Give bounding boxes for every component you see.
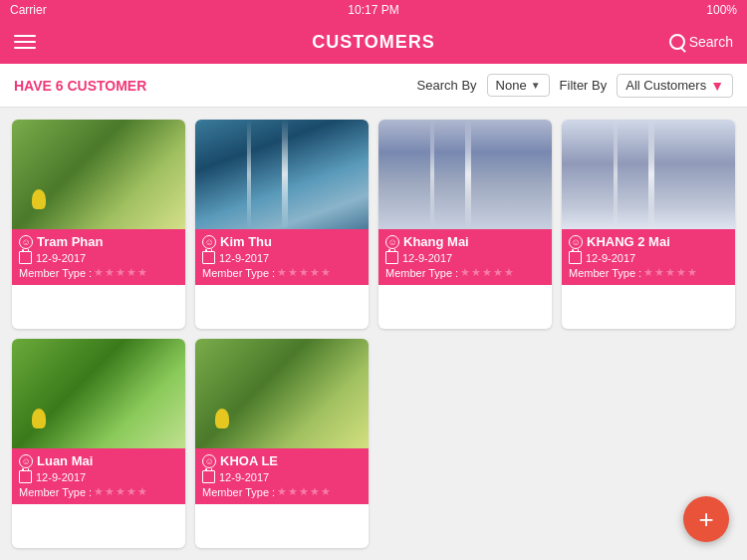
rating-stars: ★★★★★ — [460, 266, 515, 279]
customer-date-row: 12-9-2017 — [385, 251, 545, 264]
carrier-label: Carrier — [10, 3, 47, 17]
smiley-icon: ☺ — [202, 454, 216, 468]
filter-dropdown[interactable]: All Customers ▼ — [617, 74, 733, 98]
customer-member-row: Member Type :★★★★★ — [19, 266, 178, 279]
customer-name-row: ☺KHANG 2 Mai — [569, 234, 728, 249]
rating-stars: ★★★★★ — [94, 266, 148, 279]
customer-card[interactable]: ☺KHANG 2 Mai12-9-2017Member Type :★★★★★ — [562, 120, 735, 329]
customer-date: 12-9-2017 — [219, 471, 269, 483]
customer-date: 12-9-2017 — [402, 252, 452, 264]
search-by-dropdown[interactable]: None ▼ — [487, 74, 550, 97]
customer-date: 12-9-2017 — [586, 252, 635, 264]
status-bar: Carrier 10:17 PM 100% — [0, 0, 747, 20]
hamburger-line-3 — [14, 47, 36, 49]
hamburger-line-1 — [14, 35, 36, 37]
smiley-icon: ☺ — [19, 454, 33, 468]
card-info: ☺Luan Mai12-9-2017Member Type :★★★★★ — [12, 448, 185, 504]
calendar-icon — [19, 251, 32, 264]
card-info: ☺Kim Thu12-9-2017Member Type :★★★★★ — [195, 229, 369, 285]
customer-date: 12-9-2017 — [36, 252, 86, 264]
customer-name-row: ☺Tram Phan — [19, 234, 178, 249]
member-type-label: Member Type : — [202, 267, 275, 279]
customer-photo — [195, 120, 369, 229]
member-type-label: Member Type : — [202, 486, 275, 498]
toolbar: HAVE 6 CUSTOMER Search By None ▼ Filter … — [0, 64, 747, 108]
customer-photo — [12, 339, 185, 448]
customer-name-row: ☺Khang Mai — [385, 234, 545, 249]
member-type-label: Member Type : — [19, 486, 92, 498]
customer-card[interactable]: ☺Khang Mai12-9-2017Member Type :★★★★★ — [378, 120, 552, 329]
calendar-icon — [19, 470, 32, 483]
filter-by-label: Filter By — [560, 78, 608, 93]
calendar-icon — [569, 251, 582, 264]
battery-label: 100% — [706, 3, 737, 17]
hamburger-line-2 — [14, 41, 36, 43]
search-by-label: Search By — [417, 78, 477, 93]
card-info: ☺Tram Phan12-9-2017Member Type :★★★★★ — [12, 229, 185, 285]
smiley-icon: ☺ — [569, 235, 583, 249]
card-info: ☺KHOA LE12-9-2017Member Type :★★★★★ — [195, 448, 369, 504]
customer-member-row: Member Type :★★★★★ — [202, 266, 362, 279]
member-type-label: Member Type : — [19, 267, 92, 279]
customer-photo — [195, 339, 369, 448]
dropdown-arrow-icon: ▼ — [531, 80, 541, 91]
customer-date-row: 12-9-2017 — [19, 470, 178, 483]
rating-stars: ★★★★★ — [277, 485, 332, 498]
customer-name-row: ☺Kim Thu — [202, 234, 362, 249]
search-icon — [669, 34, 685, 50]
card-info: ☺KHANG 2 Mai12-9-2017Member Type :★★★★★ — [562, 229, 735, 285]
calendar-icon — [202, 470, 215, 483]
rating-stars: ★★★★★ — [277, 266, 332, 279]
customer-photo — [378, 120, 552, 229]
customer-date: 12-9-2017 — [219, 252, 269, 264]
member-type-label: Member Type : — [569, 267, 641, 279]
search-label: Search — [689, 34, 733, 50]
customer-date: 12-9-2017 — [36, 471, 86, 483]
customer-name: Khang Mai — [403, 234, 469, 249]
customer-photo — [562, 120, 735, 229]
customer-name: KHOA LE — [220, 453, 278, 468]
customer-card[interactable]: ☺Kim Thu12-9-2017Member Type :★★★★★ — [195, 120, 369, 329]
smiley-icon: ☺ — [202, 235, 216, 249]
customer-name: KHANG 2 Mai — [587, 234, 670, 249]
rating-stars: ★★★★★ — [94, 485, 148, 498]
customer-card[interactable]: ☺Luan Mai12-9-2017Member Type :★★★★★ — [12, 339, 185, 548]
calendar-icon — [385, 251, 398, 264]
customer-member-row: Member Type :★★★★★ — [19, 485, 178, 498]
card-info: ☺Khang Mai12-9-2017Member Type :★★★★★ — [378, 229, 552, 285]
smiley-icon: ☺ — [385, 235, 399, 249]
funnel-icon: ▼ — [710, 78, 724, 94]
customer-name: Tram Phan — [37, 234, 103, 249]
member-type-label: Member Type : — [385, 267, 458, 279]
customer-name-row: ☺Luan Mai — [19, 453, 178, 468]
smiley-icon: ☺ — [19, 235, 33, 249]
search-button[interactable]: Search — [669, 34, 733, 50]
customer-photo — [12, 120, 185, 229]
rating-stars: ★★★★★ — [643, 266, 698, 279]
customer-card[interactable]: ☺Tram Phan12-9-2017Member Type :★★★★★ — [12, 120, 185, 329]
customer-member-row: Member Type :★★★★★ — [202, 485, 362, 498]
customer-name: Kim Thu — [220, 234, 272, 249]
filter-by-value: All Customers — [625, 78, 706, 93]
customer-date-row: 12-9-2017 — [202, 470, 362, 483]
customer-card[interactable]: ☺KHOA LE12-9-2017Member Type :★★★★★ — [195, 339, 369, 548]
app-header: CUSTOMERS Search — [0, 20, 747, 64]
customer-date-row: 12-9-2017 — [569, 251, 728, 264]
add-customer-button[interactable]: + — [683, 496, 729, 542]
calendar-icon — [202, 251, 215, 264]
customer-member-row: Member Type :★★★★★ — [569, 266, 728, 279]
status-time: 10:17 PM — [348, 3, 398, 17]
customer-count: HAVE 6 CUSTOMER — [14, 78, 417, 94]
customer-name-row: ☺KHOA LE — [202, 453, 362, 468]
customer-member-row: Member Type :★★★★★ — [385, 266, 545, 279]
hamburger-menu-button[interactable] — [14, 35, 36, 49]
customers-grid: ☺Tram Phan12-9-2017Member Type :★★★★★☺Ki… — [0, 108, 747, 560]
customer-date-row: 12-9-2017 — [19, 251, 178, 264]
customer-name: Luan Mai — [37, 453, 93, 468]
toolbar-controls: Search By None ▼ Filter By All Customers… — [417, 74, 733, 98]
page-title: CUSTOMERS — [312, 32, 435, 53]
search-by-value: None — [496, 78, 527, 93]
customer-date-row: 12-9-2017 — [202, 251, 362, 264]
plus-icon: + — [698, 506, 713, 532]
